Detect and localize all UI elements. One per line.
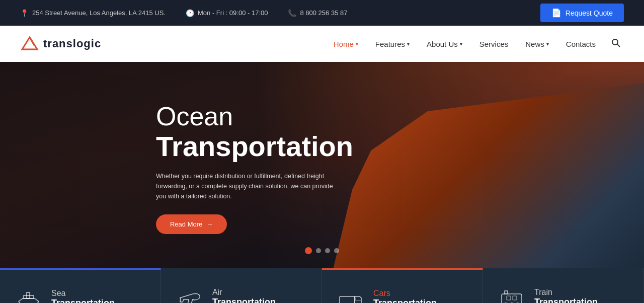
svg-marker-0 [22, 37, 37, 49]
hero-content: Ocean Transportation Whether you require… [156, 102, 353, 234]
nav-item-contacts[interactable]: Contacts [559, 36, 603, 52]
phone-icon: 📞 [288, 9, 296, 17]
svg-rect-6 [340, 296, 355, 303]
hero-title-light: Ocean [156, 102, 233, 131]
card-air[interactable]: Air Transportation [161, 268, 322, 303]
address-item: 📍 254 Street Avenue, Los Angeles, LA 241… [20, 9, 166, 17]
svg-line-3 [617, 44, 620, 47]
phone-item: 📞 8 800 256 35 87 [288, 9, 347, 17]
logo-text: translogic [43, 37, 101, 50]
chevron-down-icon: ▾ [460, 41, 462, 47]
read-more-button[interactable]: Read More → [156, 214, 227, 234]
sea-title-top: Sea [51, 289, 115, 298]
air-title-top: Air [212, 288, 276, 297]
air-title-bottom: Transportation [212, 297, 276, 303]
hero-description: Whether you require distribution or fulf… [156, 171, 342, 201]
chevron-down-icon: ▾ [407, 41, 410, 47]
hero-title-bold: Transportation [156, 131, 353, 162]
nav-item-home[interactable]: Home ▾ [327, 36, 365, 52]
hours-text: Mon - Fri : 09:00 - 17:00 [198, 9, 268, 17]
air-card-text: Air Transportation [212, 288, 276, 303]
arrow-right-icon: → [206, 220, 213, 228]
dot-2[interactable] [316, 248, 321, 253]
navbar: translogic Home ▾ Features ▾ About Us ▾ … [0, 26, 644, 62]
dot-4[interactable] [334, 248, 339, 253]
cars-card-text: Cars Transportation [373, 289, 437, 304]
sea-icon [15, 285, 42, 303]
train-icon [498, 284, 525, 304]
train-title-bottom: Transportation [534, 297, 598, 303]
train-title-top: Train [534, 288, 598, 297]
dot-3[interactable] [325, 248, 330, 253]
request-quote-button[interactable]: 📄 Request Quote [540, 4, 624, 22]
request-quote-label: Request Quote [566, 9, 613, 17]
dot-1[interactable] [305, 247, 312, 254]
nav-link-news[interactable]: News ▾ [518, 36, 556, 52]
svg-rect-5 [24, 295, 34, 298]
svg-rect-12 [513, 296, 517, 300]
sea-card-text: Sea Transportation [51, 289, 115, 304]
logo[interactable]: translogic [20, 34, 101, 53]
svg-rect-11 [507, 296, 511, 300]
svg-point-2 [612, 39, 618, 45]
chevron-down-icon: ▾ [546, 41, 549, 47]
svg-line-1 [30, 37, 34, 45]
nav-link-home[interactable]: Home ▾ [327, 36, 365, 52]
clock-icon: 🕐 [186, 9, 194, 17]
card-sea[interactable]: Sea Transportation [0, 268, 161, 303]
svg-rect-9 [502, 294, 522, 304]
nav-link-aboutus[interactable]: About Us ▾ [420, 36, 469, 52]
sea-title-bottom: Transportation [51, 298, 115, 304]
phone-text: 8 800 256 35 87 [300, 9, 347, 17]
cars-icon [337, 285, 364, 303]
hero-section: Ocean Transportation Whether you require… [0, 62, 644, 268]
nav-item-services[interactable]: Services [472, 36, 516, 52]
svg-rect-10 [505, 291, 508, 294]
air-icon [176, 284, 203, 304]
topbar: 📍 254 Street Avenue, Los Angeles, LA 241… [0, 0, 644, 26]
nav-link-features[interactable]: Features ▾ [368, 36, 417, 52]
read-more-label: Read More [170, 220, 202, 228]
hours-item: 🕐 Mon - Fri : 09:00 - 17:00 [186, 9, 268, 17]
nav-link-contacts[interactable]: Contacts [559, 36, 603, 52]
train-card-text: Train Transportation [534, 288, 598, 303]
chevron-down-icon: ▾ [356, 41, 358, 47]
nav-item-features[interactable]: Features ▾ [368, 36, 417, 52]
cards-row: Sea Transportation Air Transportation [0, 268, 644, 303]
cars-title-bottom: Transportation [373, 298, 437, 304]
hero-dots [305, 247, 339, 254]
document-icon: 📄 [551, 8, 561, 18]
search-button[interactable] [608, 35, 624, 53]
card-train[interactable]: Train Transportation [483, 268, 644, 303]
address-text: 254 Street Avenue, Los Angeles, LA 2415 … [32, 9, 166, 17]
location-icon: 📍 [20, 9, 29, 17]
search-icon [611, 38, 621, 48]
nav-item-aboutus[interactable]: About Us ▾ [420, 36, 469, 52]
cars-title-top: Cars [373, 289, 437, 298]
card-cars[interactable]: Cars Transportation [322, 268, 483, 303]
logo-icon [20, 34, 39, 53]
nav-item-news[interactable]: News ▾ [518, 36, 556, 52]
nav-links: Home ▾ Features ▾ About Us ▾ Services Ne… [327, 36, 603, 52]
nav-link-services[interactable]: Services [472, 36, 516, 52]
